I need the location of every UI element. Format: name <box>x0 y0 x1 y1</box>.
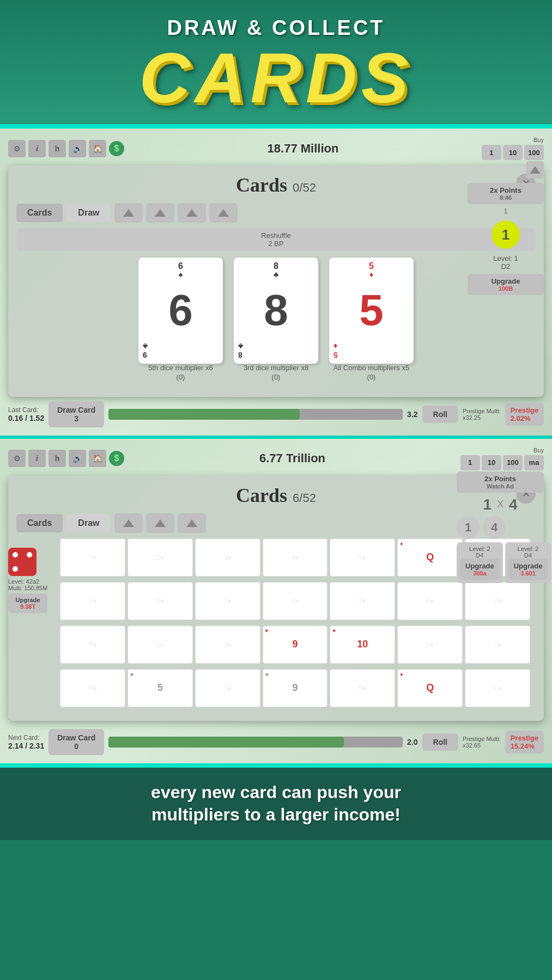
mini-card-4: 4♠ <box>263 538 328 577</box>
card-center-2: 8 <box>238 278 314 342</box>
action-btn-2[interactable] <box>146 203 174 223</box>
top-bar-1: ⚙ i h 🔊 🏠 $ 18.77 Million Buy 1 10 100 <box>8 137 544 160</box>
buy-1-btn[interactable]: 1 <box>482 145 501 160</box>
mini-card-r2-6: 6♥ <box>397 582 463 620</box>
upgrade-box-2: Level: 2 D4 Upgrade 3.601 <box>505 542 551 583</box>
header-title: CARDS <box>11 42 541 113</box>
mini-card-r4-3: 3♣ <box>195 669 260 707</box>
card-desc-2: 3rd dice multiplier x8 <box>234 364 318 373</box>
card-label-1: Last Card: 0.16 / 1.52 <box>8 406 44 422</box>
prestige-btn-2[interactable]: Prestige 15.24% <box>505 731 544 754</box>
card-corner-bottom-2: 8♣ <box>238 342 314 359</box>
mini-card-r2-5: 5♥ <box>330 582 395 620</box>
dot3 <box>13 566 18 572</box>
balance-display-1: 18.77 Million <box>268 142 339 156</box>
mini-card-q: Q ♦ <box>397 538 463 577</box>
roll-btn-1[interactable]: Roll <box>422 406 458 423</box>
h-icon-2[interactable]: h <box>48 450 66 467</box>
prestige-btn-1[interactable]: Prestige 2.02% <box>505 403 544 426</box>
top-bar-2: ⚙ i h 🔊 🏠 $ 6.77 Trillion Buy 1 10 100 m… <box>8 447 544 470</box>
h-icon[interactable]: h <box>48 140 66 157</box>
progress-bar-1 <box>108 409 403 420</box>
mini-card-r2-3: 3♥ <box>195 582 260 620</box>
tab-cards-1[interactable]: Cards <box>16 204 63 222</box>
progress-val-1: 3.2 <box>407 410 417 419</box>
left-side-panel: Level: 42a2 Multi: 150.85M Upgrade 9.38T <box>8 548 47 613</box>
footer-section: every new card can push yourmultipliers … <box>0 768 552 840</box>
currency-icon-2: $ <box>109 451 124 466</box>
home-icon-2[interactable]: 🏠 <box>89 450 106 467</box>
volume-icon-2[interactable]: 🔊 <box>69 450 86 467</box>
points-btn-2[interactable]: 2x Points Watch Ad <box>457 471 544 493</box>
points-btn-1[interactable]: 2x Points 8:46 <box>468 183 544 204</box>
buy-1-btn-2[interactable]: 1 <box>460 455 480 470</box>
tab-draw-1[interactable]: Draw <box>67 204 110 222</box>
buy-100-btn[interactable]: 100 <box>524 145 544 160</box>
action-btn-1[interactable] <box>114 203 143 223</box>
level-num-1: 1 <box>483 496 492 513</box>
card-row-3: A♦ 2♦ 3♦ 9 ♥ 10 ♥ 6♦ 7♦ <box>60 626 530 664</box>
gear-icon[interactable]: ⚙ <box>8 140 26 157</box>
bottom-bar-1: Last Card: 0.16 / 1.52 Draw Card 3 3.2 R… <box>8 401 544 427</box>
modal-title-1: Cards <box>236 174 287 197</box>
info-icon-2[interactable]: i <box>28 450 46 467</box>
upgrade-btn-1[interactable]: Upgrade 100B <box>468 274 544 295</box>
upgrade-box-btn-1[interactable]: Upgrade 300a <box>460 559 500 580</box>
dot2 <box>27 552 32 558</box>
buy-ma-btn-2[interactable]: ma <box>524 455 544 470</box>
upgrade-icon-1[interactable] <box>526 161 544 179</box>
card-item-1: 6 ♠ 6 9♣ 5th dice multiplier x6 (0) <box>138 258 223 382</box>
mini-card-r4-1: A♣ <box>60 669 125 707</box>
tab-cards-2[interactable]: Cards <box>16 514 63 532</box>
reshuffle-btn-1[interactable]: Reshuffle 2 BP <box>16 228 536 251</box>
buy-buttons-1: 1 10 100 <box>482 145 544 160</box>
header-subtitle: DRAW & COLLECT <box>11 16 541 40</box>
dice-upgrade-btn[interactable]: Upgrade 9.38T <box>8 593 47 613</box>
mini-card-r3-7: 7♦ <box>465 626 530 664</box>
volume-icon[interactable]: 🔊 <box>69 140 86 157</box>
home-icon[interactable]: 🏠 <box>89 140 106 157</box>
roll-btn-2[interactable]: Roll <box>422 733 458 751</box>
upgrade-pair-2: Level: 2 D4 Upgrade 300a Level: 2 D4 Upg… <box>457 542 544 583</box>
playing-card-2: 8 ♣ 8 8♣ <box>234 258 318 364</box>
buy-10-btn[interactable]: 10 <box>503 145 523 160</box>
draw-card-btn-2[interactable]: Draw Card 0 <box>48 729 104 755</box>
mini-card-qd: Q ♦ <box>397 669 463 707</box>
modal-header-1: Cards 0/52 ✕ <box>16 174 536 197</box>
action-btn-3[interactable] <box>178 203 206 223</box>
card-corner-bottom-1: 9♣ <box>143 342 219 359</box>
buy-10-btn-2[interactable]: 10 <box>482 455 501 470</box>
card-item-2: 8 ♣ 8 8♣ 3rd dice multiplier x8 (0) <box>234 258 318 382</box>
cards-display-1: 6 ♠ 6 9♣ 5th dice multiplier x6 (0) 8 ♣ <box>16 258 536 382</box>
action-btn-2-3[interactable] <box>178 513 206 533</box>
right-panel-2: 2x Points Watch Ad 1 X 4 1 4 Level: 2 D4… <box>457 471 544 583</box>
action-btn-4[interactable] <box>209 203 238 223</box>
badge-1: 1 <box>457 516 480 539</box>
currency-icon: $ <box>109 141 124 156</box>
tab-draw-2[interactable]: Draw <box>67 514 110 532</box>
action-btn-2-1[interactable] <box>114 513 143 533</box>
gear-icon-2[interactable]: ⚙ <box>8 450 26 467</box>
card-corner-1: 6 ♠ <box>143 262 219 278</box>
mini-card-10: 10 ♥ <box>330 626 395 664</box>
modal-count-2: 6/52 <box>293 491 316 505</box>
footer-text: every new card can push yourmultipliers … <box>16 781 536 826</box>
modal-tabs-1: Cards Draw <box>16 203 536 223</box>
upgrade-box-btn-2[interactable]: Upgrade 3.601 <box>508 559 548 580</box>
modal-count-1: 0/52 <box>293 181 316 195</box>
mini-card-r2-2: 2♥ <box>128 582 193 620</box>
dice-level-label: Level: 42a2 <box>8 578 47 585</box>
cards-modal-1: Cards 0/52 ✕ Cards Draw Reshuffle 2 BP <box>8 166 544 397</box>
dice-multi-label: Multi: 150.85M <box>8 585 47 591</box>
info-icon[interactable]: i <box>28 140 46 157</box>
card-sub-2: (0) <box>234 373 318 382</box>
buy-panel-2: Buy 1 10 100 ma <box>460 447 544 470</box>
buy-100-btn-2[interactable]: 100 <box>503 455 523 470</box>
mini-card-r3-2: 2♦ <box>128 626 193 664</box>
card-number-3: 5 <box>333 262 409 271</box>
dice-display-2 <box>8 548 37 576</box>
action-btn-2-2[interactable] <box>146 513 174 533</box>
dot1 <box>13 552 18 558</box>
level-info-1: Level: 1 D2 <box>468 254 544 271</box>
draw-card-btn-1[interactable]: Draw Card 3 <box>48 401 104 427</box>
